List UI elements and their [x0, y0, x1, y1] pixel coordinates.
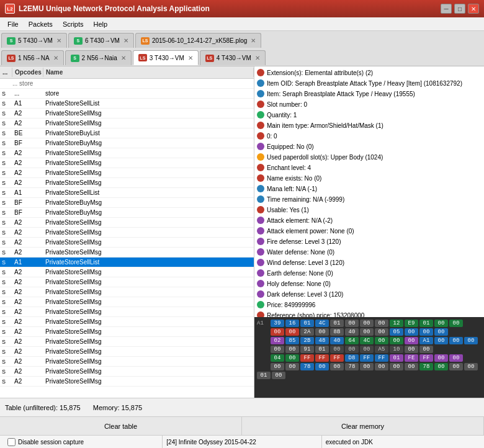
detail-dot	[257, 111, 264, 119]
hex-row: A13916014C0100000012E9010000	[257, 320, 482, 327]
detail-text-item: Fire defense: Level 3 (120)	[267, 237, 341, 246]
packet-row[interactable]: S A2 PrivateStoreSellMsg	[0, 228, 254, 238]
detail-line: Equipped: No (0)	[257, 141, 482, 152]
tab-t4[interactable]: LS 1 N56→NA ✕	[1, 50, 64, 65]
packet-row[interactable]: S BF PrivateStoreBuyMsg	[0, 198, 254, 208]
hex-cell: 00	[434, 328, 448, 336]
packet-name: PrivateStoreSellMsg	[43, 318, 254, 325]
hex-cell: 91	[300, 346, 314, 353]
packet-name: PrivateStoreSellMsg	[43, 368, 254, 375]
packet-row[interactable]: S A2 PrivateStoreSellMsg	[0, 317, 254, 327]
detail-text-item: Attack element: N/A (-2)	[267, 216, 333, 225]
hex-cell: A5	[375, 346, 388, 353]
hex-row: 00009101000000A5100000	[257, 346, 482, 353]
packet-row[interactable]: S A1 PrivateStoreSellList	[0, 99, 254, 109]
hex-cell: 00	[464, 363, 478, 370]
packet-row[interactable]: S A2 PrivateStoreSellMsg	[0, 218, 254, 228]
packet-row[interactable]: S ... store	[0, 89, 254, 99]
packet-dir: S	[0, 190, 12, 196]
packet-dir: S	[0, 349, 12, 355]
packet-row[interactable]: S A2 PrivateStoreSellMsg	[0, 337, 254, 347]
detail-text-item: Wind defense: Level 3 (120)	[267, 258, 344, 267]
tab-close-t6[interactable]: ✕	[188, 55, 193, 61]
packet-row[interactable]: S BF PrivateStoreBuyMsg	[0, 208, 254, 218]
menu-packets[interactable]: Packets	[24, 19, 58, 29]
detail-text-item: Extension(s): Elemental attribute(s) (2)	[267, 68, 373, 78]
packet-row[interactable]: S A2 PrivateStoreSellMsg	[0, 178, 254, 188]
detail-line: Reference (shop) price: 153208000	[257, 310, 482, 317]
tab-t5[interactable]: S 2 N56→Naia ✕	[65, 50, 132, 65]
packet-row[interactable]: S A2 PrivateStoreSellMsg	[0, 307, 254, 317]
packet-dir: S	[0, 120, 12, 127]
packet-dir: S	[0, 369, 12, 375]
packet-opcode: ...	[12, 90, 43, 97]
packet-row[interactable]: S A2 PrivateStoreSellMsg	[0, 168, 254, 178]
packet-row[interactable]: S A2 PrivateStoreSellMsg	[0, 119, 254, 128]
packet-name: PrivateStoreSellMsg	[43, 328, 254, 335]
clear-table-button[interactable]: Clear table	[0, 417, 242, 435]
packet-row[interactable]: S A2 PrivateStoreSellMsg	[0, 277, 254, 287]
packet-row[interactable]: S A2 PrivateStoreSellMsg	[0, 297, 254, 307]
session-capture-checkbox-label[interactable]: Disable session capture	[7, 438, 84, 446]
menu-help[interactable]: Help	[89, 19, 113, 29]
tab-close-t7[interactable]: ✕	[255, 55, 260, 61]
packet-name: PrivateStoreBuyList	[43, 130, 254, 137]
packet-row[interactable]: S BF PrivateStoreBuyMsg	[0, 138, 254, 148]
menu-file[interactable]: File	[2, 19, 24, 29]
packet-row[interactable]: S A2 PrivateStoreSellMsg	[0, 109, 254, 119]
detail-dot	[257, 217, 264, 224]
tab-close-t5[interactable]: ✕	[121, 55, 126, 61]
packet-row[interactable]: S BE PrivateStoreBuyList	[0, 128, 254, 138]
tab-t1[interactable]: S 5 T430→VM ✕	[1, 33, 67, 48]
hex-cell: 00	[419, 346, 433, 353]
packet-row[interactable]: S A2 PrivateStoreSellMsg	[0, 357, 254, 367]
packet-row[interactable]: S A2 PrivateStoreSellMsg	[0, 238, 254, 248]
tab-close-t3[interactable]: ✕	[251, 37, 256, 44]
packet-row[interactable]: S A1 PrivateStoreSellList	[0, 258, 254, 267]
packet-row[interactable]: S A2 PrivateStoreSellMsg	[0, 267, 254, 277]
detail-line: Time remaining: N/A (-9999)	[257, 194, 482, 205]
tab-close-t2[interactable]: ✕	[123, 37, 128, 44]
hex-cell: A1	[419, 337, 433, 344]
packet-opcode: A2	[12, 120, 43, 127]
packet-name: PrivateStoreSellMsg	[43, 289, 254, 295]
maximize-button[interactable]: □	[454, 4, 465, 14]
tab-close-t4[interactable]: ✕	[53, 55, 58, 61]
packet-row[interactable]: S A2 PrivateStoreSellMsg	[0, 158, 254, 168]
tab-close-t1[interactable]: ✕	[56, 37, 61, 44]
detail-dot	[257, 311, 264, 317]
hex-cell: 00	[285, 354, 299, 362]
packet-row[interactable]: S A2 PrivateStoreSellMsg	[0, 248, 254, 258]
packet-row[interactable]: S A2 PrivateStoreSellMsg	[0, 377, 254, 387]
detail-dot	[257, 69, 264, 76]
tab-t6[interactable]: LS 3 T430→VM ✕	[133, 50, 199, 65]
detail-line: Usable: Yes (1)	[257, 205, 482, 215]
minimize-button[interactable]: ─	[441, 4, 452, 14]
menu-scripts[interactable]: Scripts	[58, 19, 89, 29]
tab-t2[interactable]: S 6 T430→VM ✕	[68, 33, 134, 48]
main-content: ... Opcodes Name ... store S ... store S…	[0, 66, 484, 398]
packet-opcode: A2	[12, 279, 43, 285]
packet-row[interactable]: S A2 PrivateStoreSellMsg	[0, 287, 254, 297]
detail-line: Fire defense: Level 3 (120)	[257, 236, 482, 247]
clear-memory-button[interactable]: Clear memory	[242, 417, 484, 435]
packet-dir: S	[0, 289, 12, 295]
close-button[interactable]: ✕	[468, 4, 479, 14]
detail-text-item: Reference (shop) price: 153208000	[267, 311, 364, 317]
tab-t3[interactable]: LS 2015-06-10_12-41-27_xK58E.plog ✕	[135, 33, 261, 48]
packet-row[interactable]: S A2 PrivateStoreSellMsg	[0, 148, 254, 158]
detail-dot	[257, 90, 264, 97]
packet-row[interactable]: S A2 PrivateStoreSellMsg	[0, 327, 254, 337]
session-capture-checkbox[interactable]	[7, 438, 16, 446]
packet-row[interactable]: S A1 PrivateStoreSellList	[0, 188, 254, 198]
packet-opcode: A2	[12, 318, 43, 325]
packet-name: PrivateStoreSellMsg	[43, 269, 254, 276]
packet-dir: S	[0, 240, 12, 246]
tab-t7[interactable]: LS 4 T430→VM ✕	[200, 50, 266, 65]
packet-list[interactable]: ... store S ... store S A1 PrivateStoreS…	[0, 79, 254, 398]
packet-row[interactable]: S A2 PrivateStoreSellMsg	[0, 347, 254, 357]
detail-text-item: Dark defense: Level 3 (120)	[267, 290, 343, 299]
hex-cell: FF	[419, 354, 433, 362]
packet-dir: S	[0, 101, 12, 107]
packet-row[interactable]: S A2 PrivateStoreSellMsg	[0, 367, 254, 377]
